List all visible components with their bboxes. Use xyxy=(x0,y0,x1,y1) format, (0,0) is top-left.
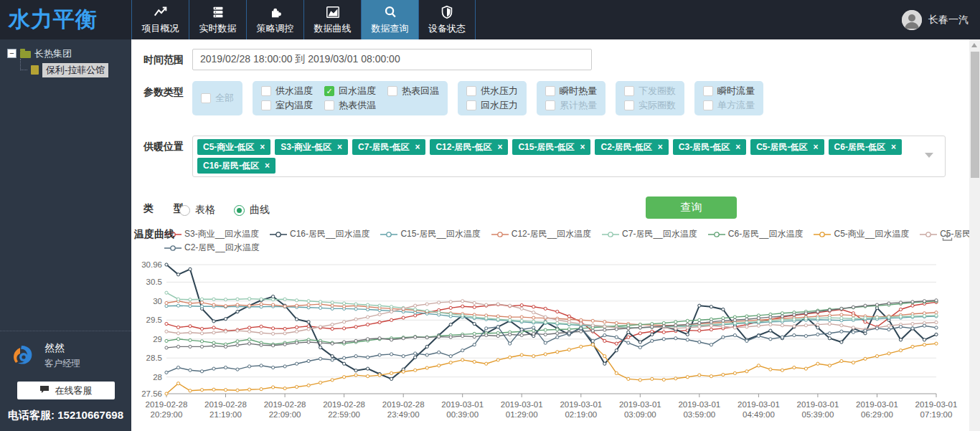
svg-text:30.5: 30.5 xyxy=(146,278,162,286)
remove-tag-icon[interactable]: × xyxy=(658,142,663,152)
file-icon xyxy=(31,65,39,75)
location-tag: C15-居民-低区× xyxy=(512,139,590,155)
search-icon xyxy=(382,4,398,20)
service-agent-name: 然然 xyxy=(44,342,80,355)
remove-tag-icon[interactable]: × xyxy=(814,142,819,152)
param-type-label: 参数类型 xyxy=(143,81,192,103)
remove-tag-icon[interactable]: × xyxy=(497,142,502,152)
svg-text:07:19:00: 07:19:00 xyxy=(920,410,953,419)
checkbox-icon xyxy=(466,100,476,110)
tab-实时数据[interactable]: 实时数据 xyxy=(189,0,246,39)
checkbox-全部[interactable]: 全部 xyxy=(201,92,234,105)
checkbox-瞬时热量[interactable]: 瞬时热量 xyxy=(545,85,597,98)
checkbox-icon xyxy=(545,100,555,110)
time-range-row: 时间范围 xyxy=(143,49,969,70)
service-phone: 电话客服: 15210667698 xyxy=(0,409,131,422)
legend-marker-icon xyxy=(920,231,937,238)
remove-tag-icon[interactable]: × xyxy=(580,142,585,152)
svg-text:02:19:00: 02:19:00 xyxy=(565,410,597,419)
svg-text:00:39:00: 00:39:00 xyxy=(446,410,479,419)
legend-item[interactable]: S3-商业__回水温度 xyxy=(164,228,259,240)
param-group: 全部 xyxy=(192,81,242,115)
tab-项目概况[interactable]: 项目概况 xyxy=(131,0,189,39)
chart-legend: S3-商业__回水温度C16-居民__回水温度C15-居民__回水温度C12-居… xyxy=(164,227,933,255)
radio-表格[interactable]: 表格 xyxy=(179,204,215,217)
checkbox-icon xyxy=(261,86,271,96)
legend-marker-icon xyxy=(708,231,725,238)
checkbox-icon xyxy=(261,100,271,110)
download-icon[interactable] xyxy=(941,229,953,245)
checkbox-icon xyxy=(703,100,713,110)
legend-item[interactable]: C6-居民__回水温度 xyxy=(708,228,804,240)
param-type-row: 参数类型 全部供水温度✓回水温度热表回温室内温度热表供温供水压力回水压力瞬时热量… xyxy=(143,81,969,115)
checkbox-供水压力[interactable]: 供水压力 xyxy=(466,85,518,98)
radio-曲线[interactable]: 曲线 xyxy=(234,204,270,217)
svg-text:2019-03-01: 2019-03-01 xyxy=(915,400,958,409)
customer-service-panel: 然然 客户经理 在线客服 电话客服: 15210667698 xyxy=(0,331,131,431)
svg-text:2019-03-01: 2019-03-01 xyxy=(501,400,543,409)
location-multiselect[interactable]: C5-商业-低区×S3-商业-低区×C7-居民-低区×C12-居民-低区×C15… xyxy=(192,136,946,177)
remove-tag-icon[interactable]: × xyxy=(891,142,896,152)
checkbox-供水温度[interactable]: 供水温度 xyxy=(261,85,313,98)
checkbox-回水压力[interactable]: 回水压力 xyxy=(466,99,518,112)
remove-tag-icon[interactable]: × xyxy=(260,142,265,152)
collapse-icon[interactable]: − xyxy=(7,49,17,58)
svg-text:21:19:00: 21:19:00 xyxy=(209,410,242,419)
svg-text:01:29:00: 01:29:00 xyxy=(506,410,538,419)
chart-title: 温度曲线 xyxy=(134,228,174,241)
checkbox-回水温度[interactable]: ✓回水温度 xyxy=(324,85,376,98)
location-tag: C16-居民-低区× xyxy=(197,158,275,174)
param-group: 瞬时热量累计热量 xyxy=(537,81,606,115)
temperature-chart[interactable]: 30.9630.53029.52928.52827.562019-02-2820… xyxy=(134,256,969,424)
legend-item[interactable]: C16-居民__回水温度 xyxy=(270,228,369,240)
checkbox-单方流量[interactable]: 单方流量 xyxy=(703,99,755,112)
tab-设备状态[interactable]: 设备状态 xyxy=(418,0,476,39)
svg-text:22:59:00: 22:59:00 xyxy=(328,410,360,419)
tab-label: 实时数据 xyxy=(199,22,237,35)
time-range-input[interactable] xyxy=(192,49,592,70)
legend-item[interactable]: C12-居民__回水温度 xyxy=(491,228,591,240)
legend-item[interactable]: C2-居民__回水温度 xyxy=(164,242,260,254)
tab-策略调控[interactable]: 策略调控 xyxy=(246,0,303,39)
tree-node-project[interactable]: 保利-拉菲公馆 xyxy=(18,62,131,77)
checkbox-实际圈数[interactable]: 实际圈数 xyxy=(624,99,676,112)
scrollbar-thumb[interactable] xyxy=(971,52,979,178)
checkbox-icon xyxy=(201,93,211,103)
query-button[interactable]: 查询 xyxy=(646,196,737,219)
checkbox-室内温度[interactable]: 室内温度 xyxy=(261,99,313,112)
legend-item[interactable]: C5-商业__回水温度 xyxy=(814,228,909,240)
legend-item[interactable]: C7-居民__回水温度 xyxy=(602,228,697,240)
checkbox-icon xyxy=(624,100,634,110)
tab-label: 数据查询 xyxy=(372,22,409,35)
checkbox-icon: ✓ xyxy=(324,86,334,96)
main-content: 时间范围 参数类型 全部供水温度✓回水温度热表回温室内温度热表供温供水压力回水压… xyxy=(131,39,969,431)
online-service-button[interactable]: 在线客服 xyxy=(17,382,115,399)
remove-tag-icon[interactable]: × xyxy=(337,142,342,152)
tab-数据查询[interactable]: 数据查询 xyxy=(361,0,418,39)
remove-tag-icon[interactable]: × xyxy=(265,161,270,171)
chevron-down-icon[interactable] xyxy=(925,153,933,158)
remove-tag-icon[interactable]: × xyxy=(415,142,420,152)
param-group: 下发圈数实际圈数 xyxy=(616,81,684,115)
svg-text:23:49:00: 23:49:00 xyxy=(387,410,420,419)
checkbox-下发圈数[interactable]: 下发圈数 xyxy=(624,85,676,98)
checkbox-瞬时流量[interactable]: 瞬时流量 xyxy=(703,85,755,98)
tab-label: 数据曲线 xyxy=(314,22,352,35)
legend-item[interactable]: C15-居民__回水温度 xyxy=(380,228,480,240)
scroll-up-icon[interactable] xyxy=(971,43,977,47)
checkbox-累计热量[interactable]: 累计热量 xyxy=(545,99,597,112)
location-tag: C6-居民-低区× xyxy=(829,139,902,155)
svg-text:29: 29 xyxy=(153,335,162,344)
checkbox-icon xyxy=(466,86,476,96)
user-menu[interactable]: 长春一汽 xyxy=(902,0,980,39)
remove-tag-icon[interactable]: × xyxy=(735,142,740,152)
svg-text:22:09:00: 22:09:00 xyxy=(269,410,301,419)
checkbox-热表回温[interactable]: 热表回温 xyxy=(387,85,439,98)
checkbox-热表供温[interactable]: 热表供温 xyxy=(324,99,376,112)
tab-数据曲线[interactable]: 数据曲线 xyxy=(303,0,361,39)
tab-label: 项目概况 xyxy=(142,22,179,35)
page-scrollbar[interactable] xyxy=(969,39,980,431)
puzzle-icon xyxy=(268,4,283,20)
location-label: 供暖位置 xyxy=(143,136,192,157)
location-tag: C7-居民-低区× xyxy=(352,139,425,155)
